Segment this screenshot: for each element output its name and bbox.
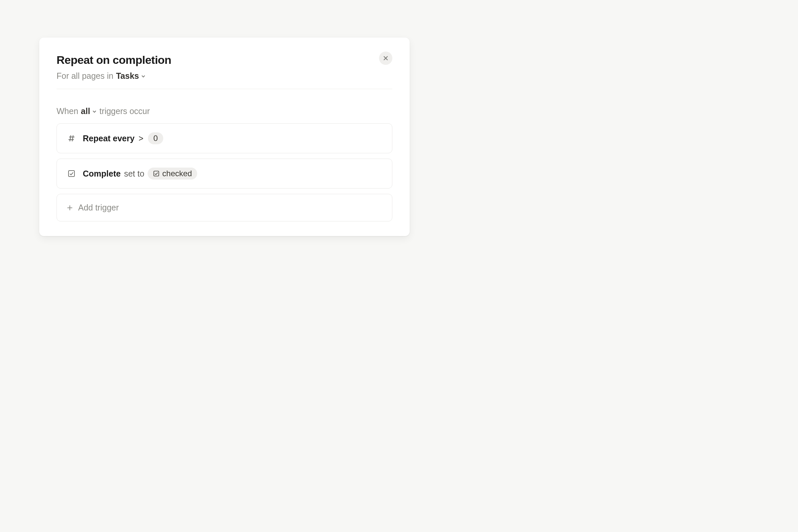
divider [57,89,392,89]
scope-select[interactable]: Tasks [116,71,146,81]
number-icon [68,134,75,142]
add-trigger-label: Add trigger [78,203,119,212]
triggers-suffix: triggers occur [99,107,150,116]
trigger-value-pill: 0 [148,132,163,144]
trigger-row-complete[interactable]: Complete set to checked [57,158,392,189]
trigger-value: 0 [153,134,158,143]
svg-line-3 [72,135,73,141]
chevron-down-icon [141,74,146,78]
close-button[interactable] [379,52,392,65]
trigger-value: checked [162,169,192,178]
checkbox-icon [153,170,159,177]
plus-icon [66,204,74,211]
trigger-text: Repeat every > 0 [83,132,163,144]
trigger-operator: > [139,134,144,143]
trigger-text: Complete set to checked [83,168,197,179]
modal-header: Repeat on completion [57,54,392,66]
close-icon [383,56,388,61]
trigger-row-repeat-every[interactable]: Repeat every > 0 [57,124,392,153]
automation-modal: Repeat on completion For all pages in Ta… [39,38,410,236]
when-label: When [57,107,78,116]
trigger-relation: set to [124,169,144,178]
svg-rect-4 [69,171,75,176]
trigger-value-pill: checked [148,168,197,179]
scope-row: For all pages in Tasks [57,71,392,81]
quantifier-value: all [81,107,90,116]
triggers-header: When all triggers occur [57,107,392,116]
svg-rect-5 [154,171,159,176]
scope-value: Tasks [116,71,139,81]
svg-line-2 [70,135,71,141]
quantifier-select[interactable]: all [81,107,97,116]
trigger-property: Complete [83,169,121,178]
add-trigger-button[interactable]: Add trigger [57,194,392,222]
trigger-property: Repeat every [83,134,135,143]
chevron-down-icon [92,109,97,114]
checkbox-icon [68,170,75,177]
modal-title: Repeat on completion [57,54,171,66]
scope-prefix: For all pages in [57,71,113,81]
